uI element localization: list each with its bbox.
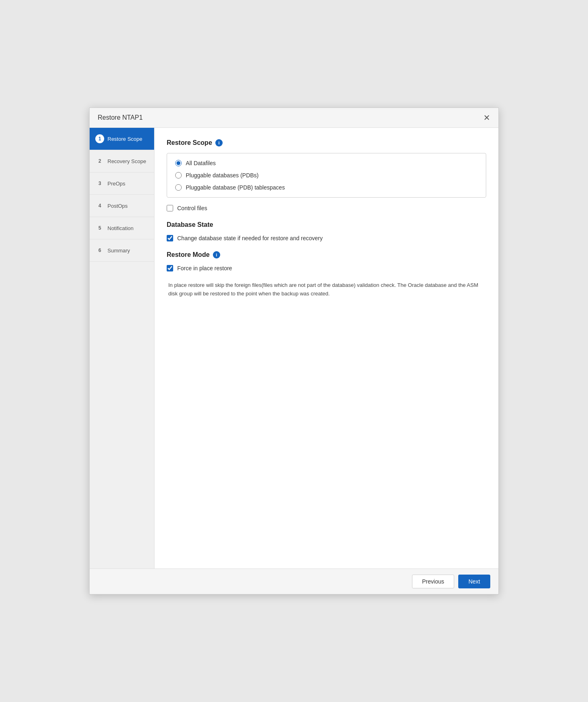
sidebar-label-4: PostOps (107, 203, 128, 209)
radio-pluggable-databases-label: Pluggable databases (PDBs) (186, 172, 259, 179)
sidebar-item-notification[interactable]: 5 Notification (90, 217, 154, 239)
step-num-3: 3 (95, 179, 104, 188)
restore-scope-heading: Restore Scope i (167, 139, 486, 146)
database-state-checkbox[interactable] (167, 235, 173, 241)
step-num-5: 5 (95, 224, 104, 233)
modal-container: Restore NTAP1 ✕ 1 Restore Scope 2 Recove… (89, 108, 499, 594)
step-num-6: 6 (95, 246, 104, 255)
modal-header: Restore NTAP1 ✕ (90, 108, 498, 128)
radio-all-datafiles-label: All Datafiles (186, 160, 216, 166)
force-in-place-label: Force in place restore (177, 265, 232, 271)
radio-pluggable-databases[interactable]: Pluggable databases (PDBs) (175, 172, 478, 179)
restore-mode-heading: Restore Mode i (167, 251, 486, 258)
sidebar: 1 Restore Scope 2 Recovery Scope 3 PreOp… (90, 128, 155, 568)
force-in-place-checkbox[interactable] (167, 265, 173, 271)
radio-pdb-tablespaces-input[interactable] (175, 184, 182, 191)
control-files-checkbox[interactable] (167, 205, 173, 211)
sidebar-label-3: PreOps (107, 181, 125, 187)
restore-mode-section: Restore Mode i Force in place restore In… (167, 251, 486, 298)
restore-mode-description: In place restore will skip the foreign f… (168, 281, 485, 298)
database-state-title-text: Database State (167, 221, 213, 228)
restore-mode-info-icon[interactable]: i (213, 251, 220, 258)
database-state-checkbox-option[interactable]: Change database state if needed for rest… (167, 235, 486, 241)
restore-scope-title-text: Restore Scope (167, 139, 212, 146)
radio-all-datafiles[interactable]: All Datafiles (175, 160, 478, 166)
database-state-section: Database State Change database state if … (167, 221, 486, 241)
sidebar-item-restore-scope[interactable]: 1 Restore Scope (90, 128, 154, 150)
sidebar-label-5: Notification (107, 225, 133, 231)
sidebar-label-2: Recovery Scope (107, 158, 146, 164)
restore-mode-title-text: Restore Mode (167, 251, 210, 258)
radio-pluggable-databases-input[interactable] (175, 172, 182, 179)
sidebar-label-1: Restore Scope (107, 136, 142, 142)
radio-pdb-tablespaces[interactable]: Pluggable database (PDB) tablespaces (175, 184, 478, 191)
datafiles-radio-group: All Datafiles Pluggable databases (PDBs)… (167, 153, 486, 198)
previous-button[interactable]: Previous (412, 575, 454, 588)
modal-title: Restore NTAP1 (98, 114, 143, 121)
sidebar-item-recovery-scope[interactable]: 2 Recovery Scope (90, 150, 154, 172)
close-button[interactable]: ✕ (483, 114, 490, 122)
step-num-2: 2 (95, 157, 104, 166)
modal-footer: Previous Next (90, 568, 498, 594)
sidebar-label-6: Summary (107, 248, 130, 254)
control-files-checkbox-option[interactable]: Control files (167, 205, 486, 211)
force-in-place-checkbox-option[interactable]: Force in place restore (167, 265, 486, 271)
step-num-4: 4 (95, 201, 104, 210)
sidebar-item-summary[interactable]: 6 Summary (90, 239, 154, 262)
radio-all-datafiles-input[interactable] (175, 160, 182, 166)
sidebar-item-postops[interactable]: 4 PostOps (90, 195, 154, 217)
radio-pdb-tablespaces-label: Pluggable database (PDB) tablespaces (186, 184, 285, 191)
restore-scope-info-icon[interactable]: i (215, 139, 223, 146)
next-button[interactable]: Next (458, 575, 490, 588)
sidebar-item-preops[interactable]: 3 PreOps (90, 172, 154, 195)
database-state-checkbox-label: Change database state if needed for rest… (177, 235, 323, 241)
database-state-heading: Database State (167, 221, 486, 228)
step-num-1: 1 (95, 134, 104, 143)
control-files-label: Control files (177, 205, 207, 211)
modal-body: 1 Restore Scope 2 Recovery Scope 3 PreOp… (90, 128, 498, 568)
main-content-area: Restore Scope i All Datafiles Pluggable … (155, 128, 498, 568)
